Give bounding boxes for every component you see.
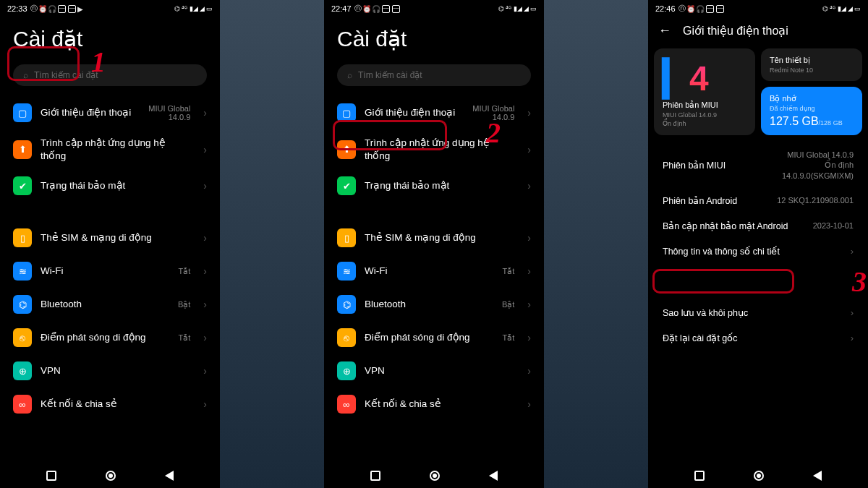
nav-recents-button[interactable] [46, 471, 56, 481]
row-title: Wi-Fi [365, 265, 494, 278]
volte-icon: ◢ [200, 5, 205, 12]
settings-row[interactable]: ▢Giới thiệu điện thoạiMIUI Global14.0.9› [331, 96, 537, 129]
settings-row[interactable]: ✔Trạng thái bảo mật› [331, 169, 537, 202]
status-app-icon [716, 5, 724, 13]
storage-card[interactable]: Bộ nhớ Đã chiếm dụng 127.5 GB/128 GB [761, 87, 862, 135]
settings-row[interactable]: ⎋Điểm phát sóng di độngTắt› [331, 321, 537, 354]
chevron-right-icon: › [527, 299, 531, 310]
hotspot-icon: ⎋ [13, 328, 32, 347]
row-title: Trình cập nhật ứng dụng hệ thống [41, 137, 182, 162]
nav-recents-button[interactable] [370, 471, 380, 481]
row-value: Tắt [179, 333, 191, 343]
settings-row[interactable]: ⬆Trình cập nhật ứng dụng hệ thống› [7, 129, 213, 169]
row-title: Điểm phát sóng di động [41, 331, 170, 344]
battery-icon: ▭ [854, 5, 861, 12]
storage-value: 127.5 GB/128 GB [770, 115, 854, 128]
wifi-icon: ≋ [13, 262, 32, 281]
nav-home-button[interactable] [430, 471, 440, 481]
chevron-right-icon: › [527, 398, 531, 410]
chevron-right-icon: › [203, 144, 207, 155]
signal-icon: ⁴ᴳ ▮◢ [506, 5, 522, 12]
chevron-right-icon: › [203, 232, 207, 244]
settings-row[interactable]: ⬆Trình cập nhật ứng dụng hệ thống› [331, 129, 537, 169]
settings-row[interactable]: ✔Trạng thái bảo mật› [7, 169, 213, 202]
status-bar: 22:33 ⓝ ⏰ 🎧 ▶ ⌬ ⁴ᴳ ▮◢ ◢ ▭ [0, 0, 220, 16]
chevron-right-icon: › [203, 180, 207, 192]
status-app-icon [392, 5, 400, 13]
info-value: MIUI Global 14.0.9Ổn định14.0.9.0(SKGMIX… [782, 150, 854, 181]
device-name-card[interactable]: Tên thiết bị Redmi Note 10 [761, 48, 862, 81]
settings-row[interactable]: ⊕VPN› [331, 354, 537, 388]
info-key: Sao lưu và khôi phục [663, 307, 846, 318]
nav-back-button[interactable] [165, 471, 174, 481]
nfc-icon: ⓝ [354, 4, 362, 14]
nav-home-button[interactable] [754, 471, 764, 481]
row-title: Điểm phát sóng di động [365, 331, 494, 344]
card-value: Redmi Note 10 [770, 67, 854, 74]
info-value: 2023-10-01 [813, 221, 854, 231]
info-row[interactable]: Thông tin và thông số chi tiết› [655, 239, 861, 264]
status-app-icon [382, 5, 390, 13]
alarm-icon: ⏰ [362, 5, 371, 13]
settings-row[interactable]: ∞Kết nối & chia sẻ› [331, 388, 537, 421]
page-title: Cài đặt [0, 16, 220, 64]
bluetooth-icon: ⌬ [498, 5, 504, 12]
back-arrow-icon[interactable]: ← [658, 23, 671, 38]
chevron-right-icon: › [527, 365, 531, 377]
card-value: MIUI Global 14.0.9 [663, 111, 746, 119]
nav-back-button[interactable] [813, 471, 822, 481]
settings-row[interactable]: ⌬BluetoothBật› [7, 288, 213, 321]
info-key: Phiên bản MIUI [663, 160, 782, 171]
settings-row[interactable]: ≋Wi-FiTắt› [331, 254, 537, 288]
info-key: Bản cập nhật bảo mật Android [663, 221, 813, 231]
info-row[interactable]: Đặt lại cài đặt gốc› [655, 325, 861, 351]
row-title: Giới thiệu điện thoại [41, 106, 140, 119]
youtube-icon: ▶ [77, 5, 83, 13]
chevron-right-icon: › [851, 333, 854, 343]
nav-home-button[interactable] [106, 471, 116, 481]
row-title: Bluetooth [365, 298, 493, 311]
settings-row[interactable]: ≋Wi-FiTắt› [7, 254, 213, 288]
settings-row[interactable]: ▯Thẻ SIM & mạng di động› [7, 221, 213, 254]
info-row[interactable]: Phiên bản MIUIMIUI Global 14.0.9Ổn định1… [655, 142, 861, 188]
settings-row[interactable]: ⎋Điểm phát sóng di độngTắt› [7, 321, 213, 354]
miui-version-card[interactable]: ▎4 Phiên bản MIUI MIUI Global 14.0.9 Ổn … [654, 48, 755, 135]
share-icon: ∞ [337, 395, 356, 414]
row-title: Trình cập nhật ứng dụng hệ thống [365, 137, 506, 162]
info-key: Thông tin và thông số chi tiết [663, 246, 846, 257]
signal-icon: ⁴ᴳ ▮◢ [830, 5, 846, 12]
nav-recents-button[interactable] [694, 471, 705, 481]
chevron-right-icon: › [851, 246, 854, 257]
row-title: VPN [41, 364, 182, 377]
row-value: MIUI Global14.0.9 [148, 104, 190, 121]
settings-row[interactable]: ∞Kết nối & chia sẻ› [7, 388, 213, 421]
search-input[interactable]: ⌕ Tìm kiếm cài đặt [337, 64, 531, 86]
row-value: Tắt [179, 267, 191, 276]
bluetooth-icon: ⌬ [174, 5, 180, 12]
row-value: Tắt [503, 333, 515, 343]
annotation-number: 1 [91, 45, 106, 79]
settings-row[interactable]: ⌬BluetoothBật› [331, 288, 537, 321]
chevron-right-icon: › [527, 144, 531, 155]
chevron-right-icon: › [527, 180, 531, 192]
info-row[interactable]: Sao lưu và khôi phục› [655, 300, 861, 325]
chevron-right-icon: › [527, 107, 531, 119]
row-title: Giới thiệu điện thoại [365, 106, 464, 119]
info-row[interactable]: Phiên bản Android12 SKQ1.210908.001 [655, 188, 861, 213]
status-bar: 22:47 ⓝ ⏰ 🎧 ⌬ ⁴ᴳ ▮◢ ◢ ▭ [324, 0, 544, 16]
phone-screen-1: 22:33 ⓝ ⏰ 🎧 ▶ ⌬ ⁴ᴳ ▮◢ ◢ ▭ Cài đặt ⌕ Tìm … [0, 0, 220, 488]
card-label: Phiên bản MIUI [663, 100, 746, 110]
hotspot-icon: ⎋ [337, 328, 356, 347]
search-input[interactable]: ⌕ Tìm kiếm cài đặt [13, 64, 207, 86]
chevron-right-icon: › [203, 398, 207, 410]
settings-row[interactable]: ⊕VPN› [7, 354, 213, 388]
search-icon: ⌕ [347, 70, 352, 80]
search-icon: ⌕ [23, 70, 28, 80]
chevron-right-icon: › [203, 365, 207, 377]
nav-back-button[interactable] [489, 471, 498, 481]
security-status-icon: ✔ [337, 176, 356, 195]
settings-row[interactable]: ▯Thẻ SIM & mạng di động› [331, 221, 537, 254]
search-placeholder: Tìm kiếm cài đặt [358, 70, 422, 80]
settings-row[interactable]: ▢Giới thiệu điện thoạiMIUI Global14.0.9› [7, 96, 213, 129]
info-row[interactable]: Bản cập nhật bảo mật Android2023-10-01 [655, 213, 861, 239]
